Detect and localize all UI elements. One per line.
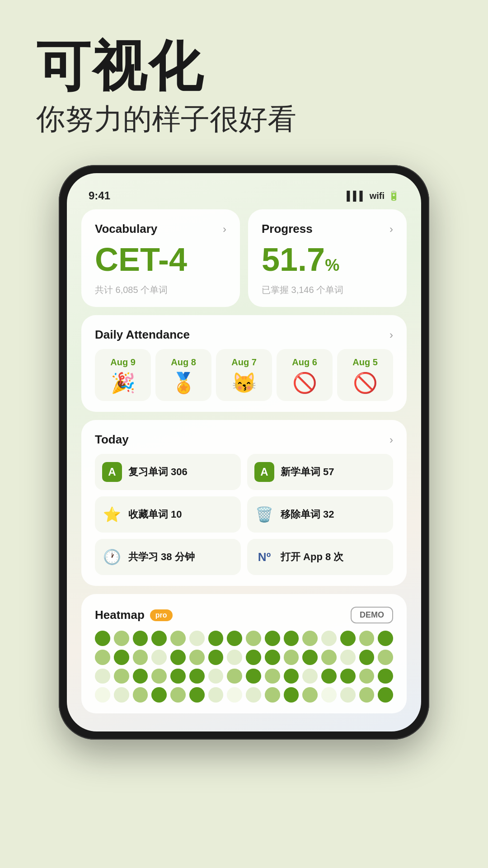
heatmap-dot <box>265 687 280 703</box>
heatmap-dot <box>378 687 393 703</box>
heatmap-dot <box>151 631 167 646</box>
heatmap-dot <box>227 687 242 703</box>
wifi-icon: wifi <box>370 191 385 201</box>
heatmap-dot <box>359 669 375 684</box>
progress-chevron: › <box>389 223 393 236</box>
heatmap-dot <box>302 650 318 665</box>
today-open: Nº 打开 App 8 次 <box>247 539 393 575</box>
heatmap-dot <box>95 669 110 684</box>
heatmap-dot <box>170 669 186 684</box>
heatmap-dot <box>114 687 129 703</box>
heatmap-dot <box>151 650 167 665</box>
progress-card[interactable]: Progress › 51.7% 已掌握 3,146 个单词 <box>248 209 407 307</box>
heatmap-dot <box>284 669 299 684</box>
heatmap-dot <box>246 631 261 646</box>
heatmap-dot <box>302 687 318 703</box>
heatmap-dot <box>321 687 337 703</box>
heatmap-dot <box>246 650 261 665</box>
time-icon: 🕐 <box>102 547 122 567</box>
heatmap-dot <box>378 650 393 665</box>
today-title: Today <box>95 433 129 447</box>
heatmap-dot <box>340 687 356 703</box>
favorite-icon: ⭐ <box>102 505 122 524</box>
heatmap-dot <box>321 650 337 665</box>
date-aug6: Aug 6 🚫 <box>277 349 333 401</box>
today-card[interactable]: Today › A 复习单词 306 A 新学单词 57 ⭐ 收藏单词 10 <box>81 420 407 586</box>
heatmap-dot <box>227 631 242 646</box>
delete-icon: 🗑️ <box>254 505 274 524</box>
heatmap-dot <box>246 687 261 703</box>
heatmap-dot <box>302 669 318 684</box>
heatmap-card[interactable]: Heatmap pro DEMO <box>81 594 407 713</box>
demo-badge: DEMO <box>351 607 393 623</box>
heatmap-dot <box>133 669 148 684</box>
heatmap-dot <box>208 687 224 703</box>
progress-value: 51.7% <box>262 243 393 276</box>
today-grid: A 复习单词 306 A 新学单词 57 ⭐ 收藏单词 10 🗑️ 移除单词 3… <box>95 454 393 575</box>
time-text: 共学习 38 分钟 <box>128 550 195 564</box>
heatmap-dot <box>133 631 148 646</box>
heatmap-dot <box>227 650 242 665</box>
review-text: 复习单词 306 <box>128 465 188 479</box>
open-icon: Nº <box>254 547 274 567</box>
heatmap-dot <box>378 669 393 684</box>
date-aug8: Aug 8 🏅 <box>155 349 211 401</box>
vocabulary-value: CET-4 <box>95 243 226 276</box>
heatmap-dot <box>284 631 299 646</box>
heatmap-title: Heatmap <box>95 608 145 622</box>
today-favorite: ⭐ 收藏单词 10 <box>95 496 241 533</box>
heatmap-dot <box>95 650 110 665</box>
delete-text: 移除单词 32 <box>281 508 334 521</box>
heatmap-dot <box>340 669 356 684</box>
heatmap-dot <box>321 631 337 646</box>
heatmap-dot <box>170 631 186 646</box>
attendance-dates: Aug 9 🎉 Aug 8 🏅 Aug 7 😽 Aug 6 🚫 <box>95 349 393 401</box>
heatmap-dot <box>265 669 280 684</box>
heatmap-dot <box>95 631 110 646</box>
status-time: 9:41 <box>89 189 110 202</box>
heatmap-dot <box>359 687 375 703</box>
vocabulary-chevron: › <box>223 223 226 236</box>
today-new: A 新学单词 57 <box>247 454 393 490</box>
heatmap-dot <box>227 669 242 684</box>
hero-title: 可视化 <box>36 36 452 96</box>
heatmap-dot <box>284 687 299 703</box>
heatmap-dot <box>246 669 261 684</box>
heatmap-dot <box>133 650 148 665</box>
progress-title: Progress <box>262 222 313 236</box>
today-chevron: › <box>389 434 393 446</box>
heatmap-title-wrap: Heatmap pro <box>95 608 173 622</box>
status-icons: ▌▌▌ wifi 🔋 <box>347 190 399 201</box>
date-aug5: Aug 5 🚫 <box>337 349 393 401</box>
vocabulary-card[interactable]: Vocabulary › CET-4 共计 6,085 个单词 <box>81 209 240 307</box>
heatmap-dot <box>151 669 167 684</box>
heatmap-dot <box>151 687 167 703</box>
heatmap-dot <box>265 650 280 665</box>
heatmap-dot <box>265 631 280 646</box>
heatmap-grid <box>95 631 393 703</box>
hero-subtitle: 你努力的样子很好看 <box>36 100 452 138</box>
heatmap-dot <box>302 631 318 646</box>
top-cards-row: Vocabulary › CET-4 共计 6,085 个单词 Progress… <box>81 209 407 307</box>
heatmap-dot <box>208 650 224 665</box>
heatmap-dot <box>208 669 224 684</box>
heatmap-dot <box>359 631 375 646</box>
heatmap-dot <box>378 631 393 646</box>
heatmap-dot <box>208 631 224 646</box>
heatmap-dot <box>189 631 205 646</box>
vocabulary-title: Vocabulary <box>95 222 157 236</box>
heatmap-dot <box>340 631 356 646</box>
heatmap-dot <box>340 650 356 665</box>
today-time: 🕐 共学习 38 分钟 <box>95 539 241 575</box>
heatmap-dot <box>189 687 205 703</box>
heatmap-dot <box>170 650 186 665</box>
progress-subtext: 已掌握 3,146 个单词 <box>262 284 393 296</box>
heatmap-dot <box>114 669 129 684</box>
heatmap-dot <box>189 650 205 665</box>
attendance-card[interactable]: Daily Attendance › Aug 9 🎉 Aug 8 🏅 Aug 7… <box>81 315 407 412</box>
heatmap-dot <box>189 669 205 684</box>
favorite-text: 收藏单词 10 <box>128 508 182 521</box>
signal-icon: ▌▌▌ <box>347 191 366 201</box>
today-delete: 🗑️ 移除单词 32 <box>247 496 393 533</box>
attendance-title: Daily Attendance <box>95 328 190 342</box>
